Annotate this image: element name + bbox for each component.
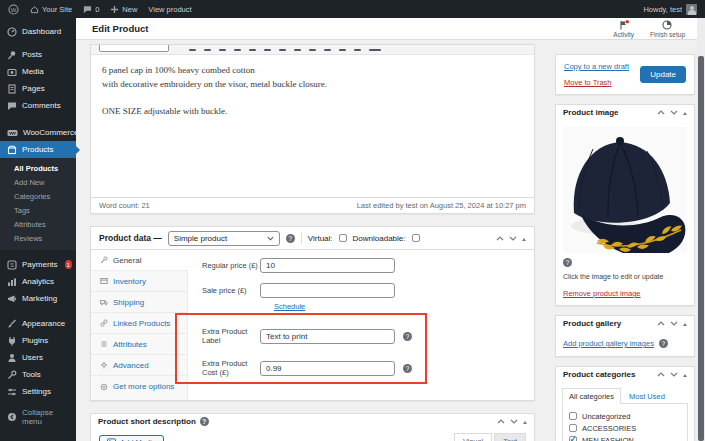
- tab-get-more-options[interactable]: Get more options: [91, 376, 187, 397]
- product-image-cap-photo[interactable]: [563, 127, 687, 253]
- toolbar-button-remnant[interactable]: [264, 49, 271, 52]
- sidebar-item-dashboard[interactable]: Dashboard: [0, 23, 76, 40]
- short-description-help-icon[interactable]: ?: [200, 417, 209, 426]
- move-down-icon[interactable]: [510, 419, 518, 424]
- category-checkbox[interactable]: [569, 424, 577, 432]
- sidebar-item-plugins[interactable]: Plugins: [0, 332, 76, 349]
- move-down-icon[interactable]: [670, 372, 678, 377]
- remove-product-image-link[interactable]: Remove product image: [563, 289, 641, 298]
- sidebar-item-woocommerce[interactable]: WooCommerce: [0, 124, 76, 141]
- toolbar-button-remnant[interactable]: [354, 49, 361, 52]
- move-up-icon[interactable]: [657, 372, 665, 377]
- sidebar-item-tools[interactable]: Tools: [0, 366, 76, 383]
- move-down-icon[interactable]: [670, 321, 678, 326]
- product-type-help-icon[interactable]: ?: [286, 234, 295, 243]
- move-up-icon[interactable]: [496, 236, 504, 241]
- toolbar-button-remnant[interactable]: [204, 49, 211, 52]
- text-tab[interactable]: Text: [494, 433, 526, 441]
- downloadable-checkbox[interactable]: [412, 234, 420, 242]
- tab-general[interactable]: General: [91, 250, 188, 271]
- toolbar-button-remnant[interactable]: [339, 49, 346, 52]
- finish-setup-button[interactable]: Finish setup: [650, 20, 685, 38]
- toolbar-button-remnant[interactable]: [294, 49, 301, 52]
- toggle-panel-icon[interactable]: [523, 419, 527, 424]
- sidebar-item-posts[interactable]: Posts: [0, 46, 76, 63]
- toolbar-button-remnant[interactable]: [189, 49, 196, 52]
- move-up-icon[interactable]: [497, 419, 505, 424]
- extra-cost-help-icon[interactable]: ?: [403, 364, 412, 373]
- toolbar-button-remnant[interactable]: [309, 49, 316, 52]
- schedule-link[interactable]: Schedule: [274, 302, 305, 311]
- add-gallery-images-link[interactable]: Add product gallery images: [563, 339, 654, 348]
- paragraph-dropdown[interactable]: [99, 45, 169, 52]
- avatar[interactable]: [686, 4, 697, 15]
- sidebar-item-products[interactable]: Products: [0, 141, 76, 158]
- tab-linked-products[interactable]: Linked Products: [91, 313, 187, 334]
- toggle-panel-icon[interactable]: [683, 110, 687, 115]
- toolbar-button-remnant[interactable]: [369, 49, 381, 52]
- toolbar-button-remnant[interactable]: [234, 49, 241, 52]
- editor-content[interactable]: 6 panel cap in 100% heavy combed cotton …: [91, 55, 534, 197]
- move-down-icon[interactable]: [670, 110, 678, 115]
- sidebar-item-users[interactable]: Users: [0, 349, 76, 366]
- sidebar-item-analytics[interactable]: Analytics: [0, 273, 76, 290]
- toggle-panel-icon[interactable]: [683, 372, 687, 377]
- category-checkbox[interactable]: [569, 412, 577, 420]
- toggle-panel-icon[interactable]: [683, 321, 687, 326]
- comments-shortcut[interactable]: 0: [83, 5, 99, 14]
- tab-attributes[interactable]: Attributes: [91, 334, 187, 355]
- submenu-add-new[interactable]: Add New: [0, 175, 76, 189]
- gallery-help-icon[interactable]: ?: [659, 339, 668, 348]
- sale-price-input[interactable]: [260, 283, 395, 298]
- move-down-icon[interactable]: [509, 236, 517, 241]
- activity-button[interactable]: Activity: [613, 20, 634, 38]
- sidebar-item-settings[interactable]: Settings: [0, 383, 76, 400]
- new-menu[interactable]: New: [110, 5, 137, 14]
- category-item[interactable]: Uncategorized: [569, 410, 681, 422]
- move-up-icon[interactable]: [657, 321, 665, 326]
- move-up-icon[interactable]: [657, 110, 665, 115]
- view-product-link[interactable]: View product: [148, 5, 191, 14]
- tab-shipping[interactable]: Shipping: [91, 292, 187, 313]
- toolbar-button-remnant[interactable]: [249, 49, 256, 52]
- product-image-help-icon[interactable]: ?: [563, 258, 572, 267]
- category-item[interactable]: ACCESSORIES: [569, 422, 681, 434]
- submenu-tags[interactable]: Tags: [0, 203, 76, 217]
- sidebar-item-payments[interactable]: S Payments 1: [0, 256, 76, 273]
- update-button[interactable]: Update: [640, 66, 686, 83]
- scrollbar-thumb[interactable]: [698, 56, 704, 441]
- tab-all-categories[interactable]: All categories: [562, 388, 621, 404]
- sidebar-item-marketing[interactable]: Marketing: [0, 290, 76, 307]
- toolbar-button-remnant[interactable]: [324, 49, 331, 52]
- tab-advanced[interactable]: Advanced: [91, 355, 187, 376]
- submenu-attributes[interactable]: Attributes: [0, 217, 76, 231]
- extra-label-help-icon[interactable]: ?: [403, 332, 412, 341]
- sidebar-collapse-menu[interactable]: Collapse menu: [0, 408, 76, 425]
- wordpress-logo-icon[interactable]: W: [8, 4, 19, 15]
- submenu-all-products[interactable]: All Products: [0, 161, 76, 175]
- tab-most-used[interactable]: Most Used: [621, 389, 673, 403]
- category-checkbox[interactable]: [569, 436, 577, 441]
- submenu-categories[interactable]: Categories: [0, 189, 76, 203]
- sidebar-item-comments[interactable]: Comments: [0, 97, 76, 114]
- toolbar-buttons-remnant[interactable]: [189, 49, 381, 52]
- regular-price-input[interactable]: [260, 258, 395, 273]
- product-type-select[interactable]: Simple product: [168, 231, 280, 246]
- visual-tab[interactable]: Visual: [454, 433, 492, 441]
- toolbar-button-remnant[interactable]: [279, 49, 286, 52]
- sidebar-item-media[interactable]: Media: [0, 63, 76, 80]
- category-item[interactable]: MEN FASHION: [569, 434, 681, 441]
- toolbar-button-remnant[interactable]: [219, 49, 226, 52]
- virtual-checkbox[interactable]: [339, 234, 347, 242]
- toggle-panel-icon[interactable]: [522, 236, 526, 241]
- howdy-text[interactable]: Howdy, test: [643, 5, 682, 14]
- extra-product-cost-input[interactable]: [260, 361, 395, 376]
- add-media-button[interactable]: Add Media: [99, 435, 164, 441]
- page-scrollbar[interactable]: [697, 18, 705, 441]
- sidebar-item-appearance[interactable]: Appearance: [0, 315, 76, 332]
- site-menu[interactable]: Your Site: [30, 5, 72, 14]
- submenu-reviews[interactable]: Reviews: [0, 231, 76, 245]
- tab-inventory[interactable]: Inventory: [91, 271, 187, 292]
- move-to-trash-link[interactable]: Move to Trash: [564, 78, 612, 87]
- extra-product-label-input[interactable]: [260, 329, 395, 344]
